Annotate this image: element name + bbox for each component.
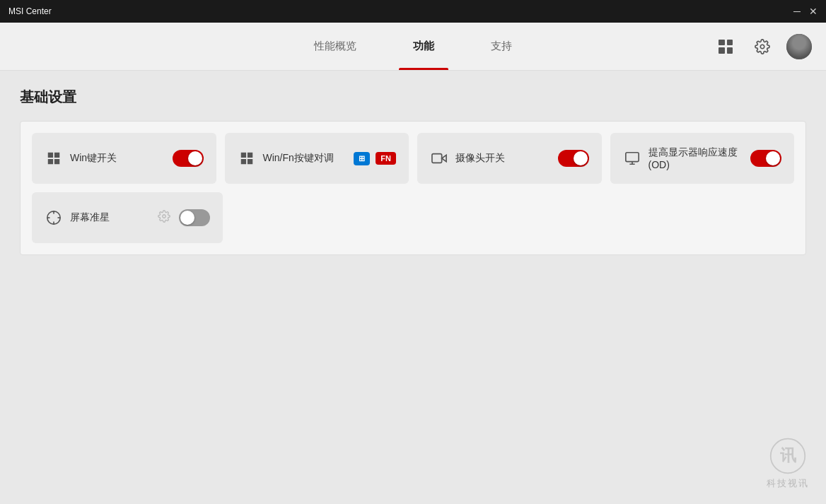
cards-row-2: 屏幕准星 — [32, 192, 794, 243]
watermark: 讯 科技视讯 — [767, 438, 809, 490]
card-crosshair-label: 屏幕准星 — [70, 211, 151, 224]
settings-button[interactable] — [750, 34, 775, 59]
cards-row-1: Win键开关 Win/Fn按键对调 ⊞ FN — [32, 133, 794, 184]
card-od-controls — [750, 150, 781, 167]
monitor-icon — [623, 149, 641, 168]
card-crosshair-controls — [158, 209, 210, 226]
close-button[interactable]: ✕ — [809, 6, 818, 16]
card-camera-controls — [558, 150, 589, 167]
title-bar: MSI Center ─ ✕ — [0, 0, 826, 23]
user-avatar-button[interactable] — [786, 34, 812, 59]
card-camera: 摄像头开关 — [417, 133, 602, 184]
window-controls: ─ ✕ — [793, 6, 818, 16]
card-win-fn: Win/Fn按键对调 ⊞ FN — [225, 133, 409, 184]
camera-toggle[interactable] — [558, 150, 589, 167]
crosshair-toggle[interactable] — [179, 209, 210, 226]
nav-right-icons — [713, 34, 826, 59]
windows-icon — [45, 149, 63, 168]
card-win-key-controls — [173, 150, 204, 167]
card-camera-label: 摄像头开关 — [455, 152, 551, 165]
tab-features[interactable]: 功能 — [385, 23, 463, 70]
card-win-key: Win键开关 — [32, 133, 216, 184]
od-toggle[interactable] — [750, 150, 781, 167]
svg-point-8 — [163, 215, 166, 218]
apps-button[interactable] — [713, 34, 738, 59]
main-content: 基础设置 Win键开关 — [0, 71, 826, 272]
win-key-toggle[interactable] — [173, 150, 204, 167]
minimize-button[interactable]: ─ — [793, 6, 801, 16]
win-badge: ⊞ — [354, 152, 370, 165]
section-title: 基础设置 — [20, 88, 806, 107]
crosshair-icon — [45, 209, 63, 227]
app-title: MSI Center — [8, 6, 52, 16]
grid-icon — [719, 40, 733, 54]
card-od-label: 提高显示器响应速度(OD) — [648, 146, 744, 170]
camera-icon — [430, 149, 448, 168]
card-win-fn-label: Win/Fn按键对调 — [263, 152, 347, 165]
card-od: 提高显示器响应速度(OD) — [610, 133, 795, 184]
watermark-text: 科技视讯 — [767, 477, 809, 490]
nav-bar: 性能概览 功能 支持 — [0, 23, 826, 71]
gear-icon — [755, 39, 770, 54]
svg-text:讯: 讯 — [780, 447, 797, 464]
avatar-image — [786, 34, 812, 59]
svg-rect-2 — [625, 153, 638, 162]
tab-support[interactable]: 支持 — [463, 23, 540, 70]
cards-section: Win键开关 Win/Fn按键对调 ⊞ FN — [20, 121, 806, 255]
card-win-fn-controls: ⊞ FN — [354, 152, 396, 165]
svg-rect-1 — [432, 154, 442, 163]
gear-small-icon — [158, 210, 170, 223]
watermark-logo: 讯 — [769, 438, 806, 474]
svg-point-0 — [760, 45, 764, 49]
card-win-key-label: Win键开关 — [70, 152, 165, 165]
tab-perf[interactable]: 性能概览 — [286, 23, 385, 70]
crosshair-settings-button[interactable] — [158, 210, 170, 225]
nav-tabs: 性能概览 功能 支持 — [0, 23, 826, 70]
fn-badge: FN — [376, 152, 396, 165]
card-crosshair: 屏幕准星 — [32, 192, 223, 243]
winfn-icon — [238, 149, 256, 168]
